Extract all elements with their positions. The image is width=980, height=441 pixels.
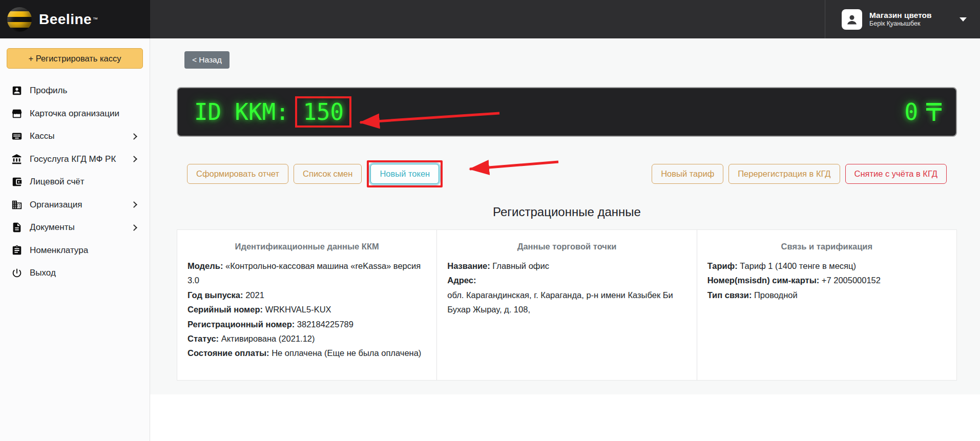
chevron-right-icon <box>131 201 137 208</box>
sidebar-item-account[interactable]: Лицевой счёт <box>0 171 150 194</box>
section-title: Регистрационные данные <box>177 205 957 219</box>
user-person-name: Берік Қуанышбек <box>869 20 932 28</box>
panel-connection-tariff: Связь и тарификация Тариф: Тариф 1 (1400… <box>697 230 956 380</box>
sidebar-nav: Профиль Карточка организации Кассы Госус… <box>0 79 150 285</box>
document-icon <box>11 222 23 233</box>
header: Beeline ™ Магазин цветов Берік Қуанышбек <box>0 0 980 38</box>
deregistration-button[interactable]: Снятие с учёта в КГД <box>845 164 947 184</box>
data-row: Название: Главный офис <box>447 259 686 273</box>
sidebar-item-organization[interactable]: Организация <box>0 194 150 217</box>
data-row: Статус: Активирована (2021.12) <box>187 331 426 346</box>
bank-icon <box>11 154 23 165</box>
user-avatar-icon <box>842 9 862 30</box>
chevron-right-icon <box>131 224 137 231</box>
panel-title: Связь и тарификация <box>707 242 946 251</box>
sidebar-item-documents[interactable]: Документы <box>0 216 150 239</box>
new-token-button[interactable]: Новый токен <box>370 164 439 184</box>
registration-data-panel: Идентификационные данные ККМ Модель: «Ко… <box>177 229 957 381</box>
panel-trade-point: Данные торговой точки Название: Главный … <box>436 230 696 380</box>
data-row: Состояние оплаты: Не оплачена (Еще не бы… <box>187 346 426 360</box>
generate-report-button[interactable]: Сформировать отчет <box>187 164 288 184</box>
beeline-sphere-icon <box>7 7 32 32</box>
back-button[interactable]: < Назад <box>184 51 230 69</box>
brand-name: Beeline <box>39 11 92 28</box>
data-row: Серийный номер: WRKHVAL5-KUX <box>187 302 426 317</box>
sidebar-item-logout[interactable]: Выход <box>0 262 150 285</box>
kkm-id-label: ID KKM: <box>194 99 289 125</box>
data-row: Модель: «Контрольно-кассовая машина «reK… <box>187 259 426 288</box>
data-row: Адрес: <box>447 273 686 287</box>
wallet-icon <box>11 176 23 187</box>
sidebar-item-kassy[interactable]: Кассы <box>0 125 150 148</box>
new-tariff-button[interactable]: Новый тариф <box>652 164 723 184</box>
balance-value: 0 <box>905 99 919 125</box>
chevron-right-icon <box>131 156 137 162</box>
data-row: Бухар Жырау, д. 108, <box>447 302 686 317</box>
kkm-display-panel: ID KKM: 150 0 <box>177 87 957 137</box>
main-content: < Назад ID KKM: 150 0 Сформировать отчет… <box>150 38 980 441</box>
kkm-id: ID KKM: 150 <box>194 96 351 128</box>
user-menu[interactable]: Магазин цветов Берік Қуанышбек <box>825 9 980 30</box>
kkm-balance: 0 <box>905 99 942 125</box>
register-kassa-button[interactable]: + Регистрировать кассу <box>7 48 143 69</box>
data-row: Год выпуска: 2021 <box>187 288 426 302</box>
reregistration-button[interactable]: Перерегистрация в КГД <box>728 164 840 184</box>
sidebar-item-nomenclature[interactable]: Номенклатура <box>0 239 150 262</box>
sidebar-item-profile[interactable]: Профиль <box>0 79 150 102</box>
brand-trademark: ™ <box>93 16 98 22</box>
user-texts: Магазин цветов Берік Қуанышбек <box>869 10 932 28</box>
annotation-box-kkm-id: 150 <box>295 96 351 128</box>
profile-badge-icon <box>11 85 23 96</box>
building-icon <box>11 199 23 211</box>
brand-logo[interactable]: Beeline ™ <box>0 0 150 38</box>
actions-left-group: Сформировать отчет Список смен Новый ток… <box>187 160 443 187</box>
panel-kkm-identification: Идентификационные данные ККМ Модель: «Ко… <box>177 230 436 380</box>
storefront-icon <box>11 108 23 119</box>
chevron-right-icon <box>131 133 137 140</box>
shift-list-button[interactable]: Список смен <box>294 164 362 184</box>
header-right: Магазин цветов Берік Қуанышбек <box>825 0 980 38</box>
sidebar-item-org-card[interactable]: Карточка организации <box>0 102 150 125</box>
power-icon <box>11 267 23 279</box>
actions-right-group: Новый тариф Перерегистрация в КГД Снятие… <box>652 164 947 184</box>
data-row: Регистрационный номер: 382184225789 <box>187 317 426 331</box>
chevron-down-icon <box>960 17 967 22</box>
annotation-box-new-token: Новый токен <box>367 160 443 187</box>
panel-title: Данные торговой точки <box>447 242 686 251</box>
clipboard-icon <box>11 245 23 256</box>
actions-row: Сформировать отчет Список смен Новый ток… <box>177 160 957 187</box>
sidebar: + Регистрировать кассу Профиль Карточка … <box>0 38 150 441</box>
panel-title: Идентификационные данные ККМ <box>187 242 426 251</box>
data-row: Номер(msisdn) сим-карты: +7 2005000152 <box>707 273 946 287</box>
data-row: Тариф: Тариф 1 (1400 тенге в месяц) <box>707 259 946 273</box>
tenge-currency-icon <box>926 103 942 121</box>
data-row: Тип связи: Проводной <box>707 288 946 302</box>
keyboard-icon <box>11 131 23 142</box>
data-row: обл. Карагандинская, г. Караганда, р-н и… <box>447 288 686 302</box>
sidebar-item-gov-service[interactable]: Госуслуга КГД МФ РК <box>0 148 150 171</box>
user-store-name: Магазин цветов <box>869 10 932 20</box>
